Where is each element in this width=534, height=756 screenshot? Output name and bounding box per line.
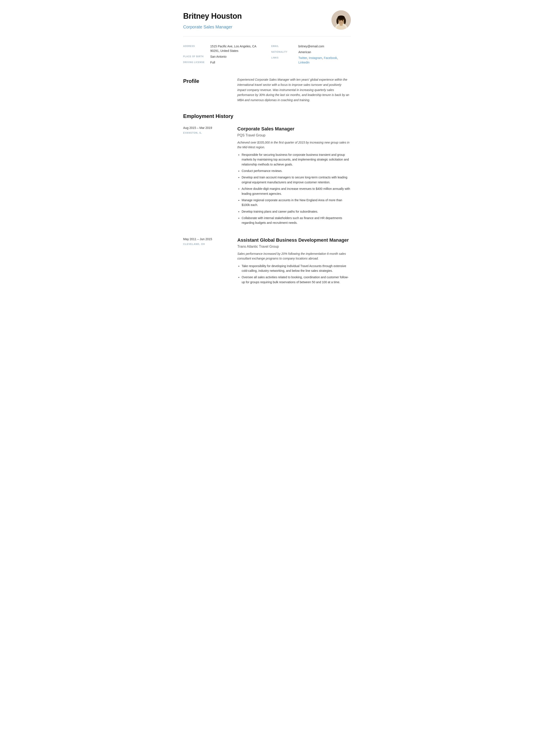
bullet-2-1: Take responsibility for developing Indiv… <box>242 264 351 273</box>
bullet-2-2: Oversee all sales activities related to … <box>242 275 351 284</box>
employment-title-row: Employment History <box>183 112 351 120</box>
contact-birthplace-row: PLACE OF BIRTH San Antonio <box>183 54 263 59</box>
svg-point-7 <box>344 18 346 24</box>
svg-point-9 <box>340 20 341 21</box>
license-label: DRIVING LICENSE <box>183 60 207 64</box>
job-company-2: Trans Atlantic Travel Group <box>237 244 351 249</box>
bullet-1-7: Collaborate with internal stakeholders s… <box>242 216 351 225</box>
contact-links-row: LINKS Twitter, Instagram, Facebook, Link… <box>271 56 351 65</box>
job-dates-1: Aug 2015 – Mar 2019 <box>183 126 230 130</box>
job-location-2: CLEVELAND, OH <box>183 242 230 246</box>
job-location-1: EVANSTON, IL <box>183 131 230 135</box>
birthplace-value: San Antonio <box>210 54 227 59</box>
email-label: EMAIL <box>271 44 295 48</box>
address-value: 1515 Pacific Ave, Los Angeles, CA 90291,… <box>210 44 263 53</box>
header-name-title: Britney Houston Corporate Sales Manager <box>183 10 242 30</box>
job-bullets-2: Take responsibility for developing Indiv… <box>237 264 351 285</box>
employment-section-title: Employment History <box>183 112 351 120</box>
svg-point-8 <box>338 15 344 19</box>
job-meta-2: May 2011 – Jun 2015 CLEVELAND, OH <box>183 236 230 286</box>
links-label: LINKS <box>271 56 295 59</box>
nationality-label: NATIONALITY <box>271 50 295 54</box>
bullet-1-2: Conduct performance reviews. <box>242 169 351 173</box>
links-value: Twitter, Instagram, Facebook, Linkedin <box>298 56 338 65</box>
contact-left-col: ADDRESS 1515 Pacific Ave, Los Angeles, C… <box>183 44 263 66</box>
contact-right-col: EMAIL britney@email.com NATIONALITY Amer… <box>271 44 351 66</box>
candidate-title: Corporate Sales Manager <box>183 24 242 30</box>
profile-description: Experienced Corporate Sales Manager with… <box>237 77 351 103</box>
contact-nationality-row: NATIONALITY American <box>271 50 351 54</box>
job-summary-1: Achieved over $335,000 in the first quar… <box>237 140 351 150</box>
bullet-1-6: Develop training plans and career paths … <box>242 209 351 214</box>
resume-header: Britney Houston Corporate Sales Manager <box>183 10 351 36</box>
profile-section: Profile Experienced Corporate Sales Mana… <box>183 77 351 103</box>
bullet-1-3: Develop and train account managers to se… <box>242 175 351 185</box>
linkedin-link[interactable]: Linkedin <box>298 61 310 64</box>
contact-license-row: DRIVING LICENSE Full <box>183 60 263 65</box>
bullet-1-5: Manage regional corporate accounts in th… <box>242 198 351 207</box>
nationality-value: American <box>298 50 311 54</box>
job-entry-2: May 2011 – Jun 2015 CLEVELAND, OH Assist… <box>183 236 351 286</box>
license-value: Full <box>210 60 215 65</box>
instagram-link[interactable]: Instagram <box>309 56 322 60</box>
job-detail-2: Assistant Global Business Development Ma… <box>237 236 351 286</box>
svg-point-10 <box>342 20 343 21</box>
profile-title-col: Profile <box>183 77 230 103</box>
svg-point-6 <box>337 18 339 24</box>
twitter-link[interactable]: Twitter <box>298 56 307 60</box>
facebook-link[interactable]: Facebook <box>324 56 337 60</box>
candidate-photo <box>332 10 351 30</box>
job-bullets-1: Responsible for securing business for co… <box>237 152 351 225</box>
profile-text-col: Experienced Corporate Sales Manager with… <box>237 77 351 103</box>
email-value: britney@email.com <box>298 44 324 49</box>
employment-section: Employment History Aug 2015 – Mar 2019 E… <box>183 112 351 286</box>
contact-address-row: ADDRESS 1515 Pacific Ave, Los Angeles, C… <box>183 44 263 53</box>
job-title-2: Assistant Global Business Development Ma… <box>237 236 351 244</box>
profile-section-title: Profile <box>183 77 230 85</box>
birthplace-label: PLACE OF BIRTH <box>183 54 207 58</box>
job-detail-1: Corporate Sales Manager PQS Travel Group… <box>237 125 351 227</box>
job-dates-2: May 2011 – Jun 2015 <box>183 237 230 241</box>
bullet-1-4: Achieve double-digit margins and increas… <box>242 186 351 196</box>
job-meta-1: Aug 2015 – Mar 2019 EVANSTON, IL <box>183 125 230 227</box>
job-title-1: Corporate Sales Manager <box>237 125 351 132</box>
address-label: ADDRESS <box>183 44 207 48</box>
job-company-1: PQS Travel Group <box>237 133 351 138</box>
job-summary-2: Sales performance increased by 20% follo… <box>237 251 351 261</box>
job-entry-1: Aug 2015 – Mar 2019 EVANSTON, IL Corpora… <box>183 125 351 227</box>
candidate-name: Britney Houston <box>183 10 242 22</box>
bullet-1-1: Responsible for securing business for co… <box>242 152 351 167</box>
profile-layout: Profile Experienced Corporate Sales Mana… <box>183 77 351 103</box>
contact-email-row: EMAIL britney@email.com <box>271 44 351 49</box>
contact-section: ADDRESS 1515 Pacific Ave, Los Angeles, C… <box>183 44 351 68</box>
